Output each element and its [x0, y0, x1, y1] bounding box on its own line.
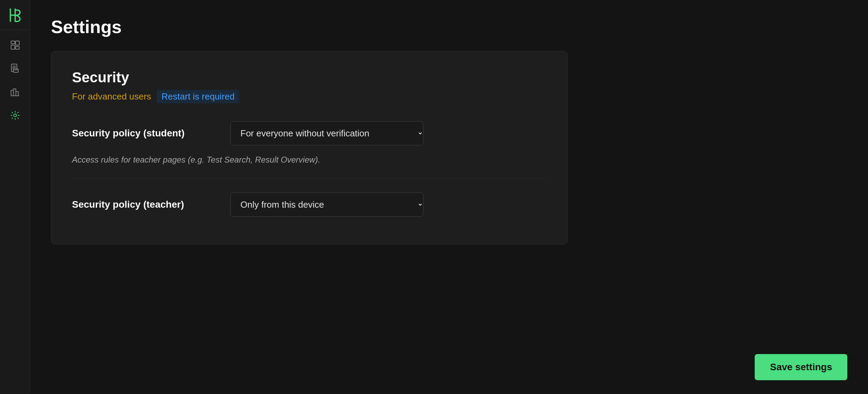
section-tags: For advanced users Restart is required	[72, 90, 547, 103]
svg-point-6	[14, 114, 17, 117]
page-title: Settings	[51, 17, 847, 37]
sidebar-item-settings[interactable]	[4, 104, 26, 126]
sidebar-item-dashboard[interactable]	[4, 34, 26, 56]
app-logo[interactable]	[6, 6, 24, 24]
sidebar	[0, 0, 30, 394]
save-button[interactable]: Save settings	[755, 354, 847, 380]
sidebar-divider	[0, 30, 30, 30]
section-divider	[72, 178, 547, 179]
sidebar-item-reports[interactable]	[4, 58, 26, 80]
student-policy-label: Security policy (student)	[72, 128, 217, 139]
tag-advanced: For advanced users	[72, 91, 151, 102]
svg-rect-2	[16, 41, 19, 45]
save-button-container: Save settings	[755, 354, 847, 380]
svg-rect-3	[16, 46, 19, 49]
section-title: Security	[72, 69, 547, 86]
tag-restart: Restart is required	[157, 90, 239, 103]
sidebar-item-analytics[interactable]	[4, 81, 26, 103]
svg-rect-1	[11, 45, 15, 49]
teacher-policy-select[interactable]: For everyone without verification For ev…	[230, 193, 423, 217]
student-policy-row: Security policy (student) For everyone w…	[72, 121, 547, 145]
teacher-policy-row: Security policy (teacher) For everyone w…	[72, 193, 547, 217]
security-card: Security For advanced users Restart is r…	[51, 51, 568, 245]
student-policy-select[interactable]: For everyone without verification For ev…	[230, 121, 423, 145]
svg-rect-0	[11, 41, 15, 44]
teacher-policy-label: Security policy (teacher)	[72, 199, 217, 210]
main-content: Settings Security For advanced users Res…	[30, 0, 868, 394]
teacher-description: Access rules for teacher pages (e.g. Tes…	[72, 155, 547, 165]
